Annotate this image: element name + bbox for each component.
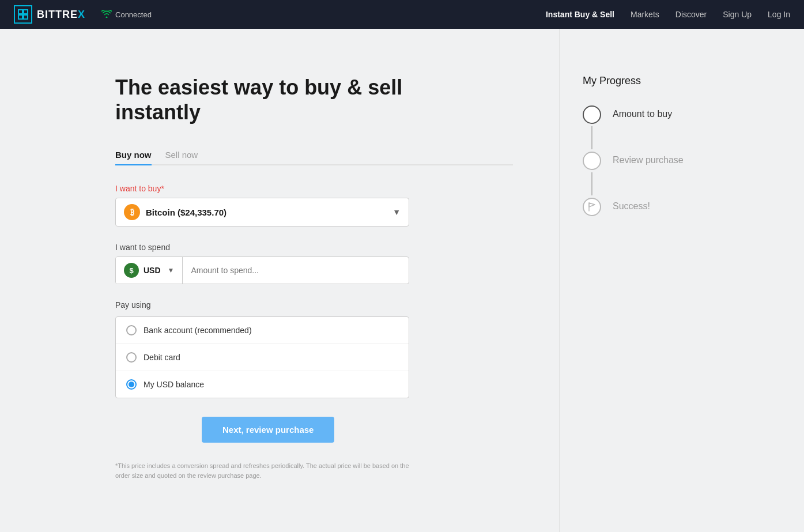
buy-label: I want to buy* bbox=[115, 184, 513, 193]
pay-option-bank[interactable]: Bank account (recommended) bbox=[116, 317, 409, 344]
step-3-connector bbox=[583, 198, 601, 216]
connected-label: Connected bbox=[115, 10, 152, 19]
coin-select-inner: ₿ Bitcoin ($24,335.70) bbox=[124, 204, 227, 220]
wifi-icon bbox=[101, 10, 112, 20]
nav-markets[interactable]: Markets bbox=[631, 10, 659, 19]
pay-option-bank-label: Bank account (recommended) bbox=[144, 326, 252, 335]
progress-step-1: Amount to buy bbox=[583, 105, 781, 152]
step-2-connector bbox=[583, 152, 601, 198]
step-1-circle bbox=[583, 105, 601, 124]
svg-rect-3 bbox=[24, 15, 28, 19]
step-3-circle bbox=[583, 198, 601, 216]
usd-icon: $ bbox=[124, 263, 139, 278]
step-1-connector bbox=[583, 105, 601, 152]
spend-field-group: I want to spend $ USD ▼ bbox=[115, 243, 513, 284]
content-area: The easiest way to buy & sell instantly … bbox=[0, 29, 559, 532]
nav-discover[interactable]: Discover bbox=[675, 10, 707, 19]
navbar: BITTREX Connected Instant Buy & Sell Mar… bbox=[0, 0, 804, 29]
connected-badge: Connected bbox=[101, 10, 152, 20]
progress-step-3: Success! bbox=[583, 198, 781, 216]
tab-buy-now[interactable]: Buy now bbox=[115, 145, 152, 165]
logo-text: BITTREX bbox=[37, 9, 85, 21]
pay-options-group: Bank account (recommended) Debit card My… bbox=[115, 316, 409, 398]
page-container: The easiest way to buy & sell instantly … bbox=[0, 29, 804, 532]
pay-option-debit[interactable]: Debit card bbox=[116, 344, 409, 371]
right-sidebar: My Progress Amount to buy Review purchas… bbox=[559, 29, 804, 532]
step-1-line bbox=[591, 126, 592, 149]
progress-title: My Progress bbox=[583, 75, 781, 87]
nav-signup[interactable]: Sign Up bbox=[723, 10, 752, 19]
currency-label: USD bbox=[144, 266, 161, 275]
nav-instant-buy[interactable]: Instant Buy & Sell bbox=[546, 10, 614, 19]
radio-usd-balance bbox=[126, 379, 137, 390]
bitcoin-icon: ₿ bbox=[124, 204, 140, 220]
coin-select[interactable]: ₿ Bitcoin ($24,335.70) ▼ bbox=[115, 198, 409, 227]
navbar-left: BITTREX Connected bbox=[14, 5, 152, 24]
next-review-button[interactable]: Next, review purchase bbox=[202, 417, 334, 443]
logo-icon bbox=[14, 5, 32, 24]
spend-row: $ USD ▼ bbox=[115, 256, 409, 284]
step-3-label: Success! bbox=[613, 198, 650, 212]
pay-option-usd-balance[interactable]: My USD balance bbox=[116, 371, 409, 398]
step-2-circle bbox=[583, 152, 601, 170]
tabs: Buy now Sell now bbox=[115, 145, 513, 165]
svg-rect-2 bbox=[18, 15, 22, 19]
progress-steps: Amount to buy Review purchase Success! bbox=[583, 105, 781, 216]
currency-chevron-icon: ▼ bbox=[168, 266, 175, 274]
nav-login[interactable]: Log In bbox=[768, 10, 790, 19]
pay-using-section: Pay using Bank account (recommended) Deb… bbox=[115, 300, 513, 398]
page-headline: The easiest way to buy & sell instantly bbox=[115, 75, 513, 124]
radio-usd-balance-inner bbox=[129, 382, 134, 387]
selected-coin-label: Bitcoin ($24,335.70) bbox=[146, 207, 227, 217]
tab-sell-now[interactable]: Sell now bbox=[165, 145, 198, 165]
pay-option-usd-label: My USD balance bbox=[144, 380, 204, 389]
logo[interactable]: BITTREX bbox=[14, 5, 85, 24]
svg-rect-0 bbox=[18, 10, 22, 14]
radio-debit bbox=[126, 352, 137, 363]
progress-step-2: Review purchase bbox=[583, 152, 781, 198]
step-1-label: Amount to buy bbox=[613, 105, 672, 119]
coin-chevron-icon: ▼ bbox=[392, 207, 401, 217]
navbar-right: Instant Buy & Sell Markets Discover Sign… bbox=[546, 10, 790, 19]
step-2-line bbox=[591, 172, 592, 195]
step-2-label: Review purchase bbox=[613, 152, 684, 165]
currency-selector[interactable]: $ USD ▼ bbox=[116, 257, 183, 284]
pay-option-debit-label: Debit card bbox=[144, 353, 180, 362]
buy-field-group: I want to buy* ₿ Bitcoin ($24,335.70) ▼ bbox=[115, 184, 513, 227]
spend-label: I want to spend bbox=[115, 243, 513, 252]
svg-rect-1 bbox=[24, 10, 28, 14]
radio-bank bbox=[126, 325, 137, 335]
footnote: *This price includes a conversion spread… bbox=[115, 461, 409, 480]
amount-input[interactable] bbox=[183, 260, 409, 281]
pay-using-label: Pay using bbox=[115, 300, 513, 310]
